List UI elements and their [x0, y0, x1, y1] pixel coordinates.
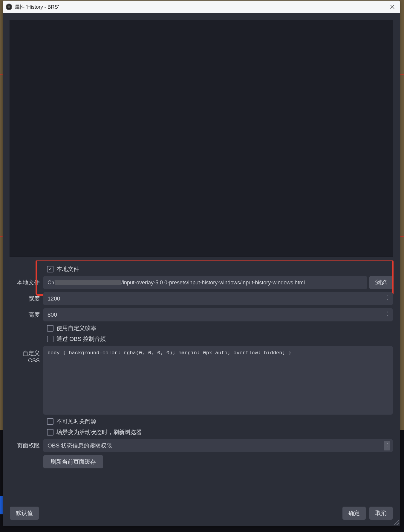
dialog-footer: 默认值 确定 取消 [3, 501, 400, 526]
close-button[interactable] [387, 2, 397, 12]
custom-fps-row: 使用自定义帧率 [10, 324, 393, 332]
shutdown-row: 不可见时关闭源 [10, 418, 393, 425]
custom-fps-checkbox[interactable] [47, 325, 53, 332]
ok-button[interactable]: 确定 [342, 507, 366, 520]
page-permission-value: OBS 状态信息的读取权限 [48, 442, 112, 450]
chevron-up-icon[interactable]: ˄ [384, 295, 391, 299]
custom-css-textarea[interactable] [43, 346, 393, 415]
properties-dialog: 属性 'History - BRS' 本地文件 本地文件 C:/ /input-… [3, 1, 400, 526]
chevron-down-icon[interactable]: ˅ [384, 299, 391, 302]
custom-css-label: 自定义 CSS [10, 346, 43, 364]
local-file-path-input[interactable]: C:/ /input-overlay-5.0.0-presets/input-h… [43, 276, 367, 289]
height-row: 高度 ˄˅ [10, 308, 393, 321]
width-input[interactable] [43, 292, 393, 305]
resize-grip[interactable] [394, 520, 399, 525]
width-label: 宽度 [10, 295, 43, 303]
control-audio-label[interactable]: 通过 OBS 控制音频 [56, 335, 106, 343]
control-audio-checkbox[interactable] [47, 336, 53, 342]
select-arrow-icon[interactable]: ˄˅ [384, 441, 390, 450]
height-input[interactable] [43, 308, 393, 321]
window-title: 属性 'History - BRS' [15, 4, 59, 10]
chevron-up-icon[interactable]: ˄ [384, 311, 391, 315]
local-file-checkbox[interactable] [47, 266, 53, 272]
obs-icon [6, 4, 12, 10]
local-file-checkbox-row: 本地文件 [10, 265, 393, 273]
titlebar[interactable]: 属性 'History - BRS' [3, 1, 400, 13]
page-permission-select[interactable]: OBS 状态信息的读取权限 [43, 439, 393, 452]
chevron-down-icon[interactable]: ˅ [384, 315, 391, 318]
page-permission-row: 页面权限 OBS 状态信息的读取权限 ˄˅ [10, 439, 393, 452]
shutdown-checkbox[interactable] [47, 418, 53, 425]
redacted-path-segment [55, 280, 121, 285]
defaults-button[interactable]: 默认值 [10, 507, 39, 520]
cancel-button[interactable]: 取消 [369, 507, 393, 520]
control-audio-row: 通过 OBS 控制音频 [10, 335, 393, 343]
custom-fps-label[interactable]: 使用自定义帧率 [56, 324, 96, 332]
refresh-on-active-row: 场景变为活动状态时，刷新浏览器 [10, 428, 393, 436]
local-file-row: 本地文件 C:/ /input-overlay-5.0.0-presets/in… [10, 276, 393, 289]
refresh-cache-button[interactable]: 刷新当前页面缓存 [43, 455, 103, 468]
path-prefix: C:/ [48, 280, 54, 286]
path-suffix: /input-overlay-5.0.0-presets/input-histo… [121, 280, 305, 286]
width-spinner[interactable]: ˄˅ [384, 293, 391, 304]
height-label: 高度 [10, 311, 43, 319]
shutdown-label[interactable]: 不可见时关闭源 [56, 418, 96, 425]
page-permission-label: 页面权限 [10, 442, 43, 450]
close-icon [390, 4, 395, 10]
form-area: 本地文件 本地文件 C:/ /input-overlay-5.0.0-prese… [3, 260, 400, 501]
width-row: 宽度 ˄˅ [10, 292, 393, 305]
height-spinner[interactable]: ˄˅ [384, 309, 391, 320]
browse-button[interactable]: 浏览 [369, 276, 393, 289]
refresh-cache-row: 刷新当前页面缓存 [10, 455, 393, 468]
refresh-on-active-label[interactable]: 场景变为活动状态时，刷新浏览器 [56, 428, 142, 436]
local-file-label: 本地文件 [10, 279, 43, 286]
source-preview [10, 20, 393, 257]
local-file-checkbox-label[interactable]: 本地文件 [56, 265, 79, 273]
refresh-on-active-checkbox[interactable] [47, 429, 53, 436]
custom-css-row: 自定义 CSS [10, 346, 393, 415]
